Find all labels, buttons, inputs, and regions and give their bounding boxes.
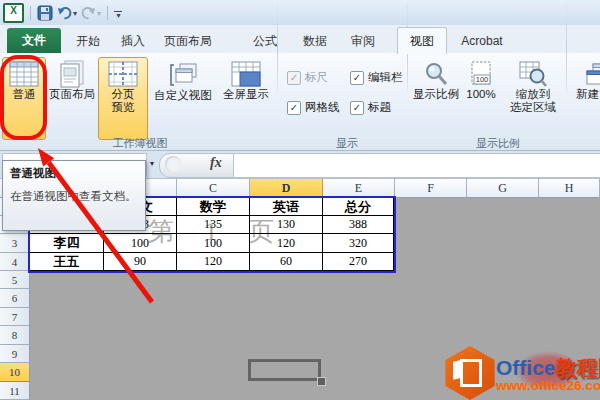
zoom-100-button[interactable]: 100 100% bbox=[460, 57, 502, 140]
site-logo: Office教程网 www.office26.com bbox=[438, 344, 600, 400]
new-window-icon bbox=[585, 62, 600, 88]
row-header-6[interactable]: 6 bbox=[0, 289, 30, 308]
group-divider bbox=[277, 3, 278, 91]
cell-e4[interactable]: 270 bbox=[323, 253, 394, 271]
row-header-4[interactable]: 4 bbox=[0, 253, 30, 271]
cell-c1[interactable]: 数学 bbox=[177, 198, 250, 216]
cell-c2[interactable]: 135 bbox=[177, 216, 250, 234]
selected-cell-cursor[interactable] bbox=[248, 359, 321, 381]
formula-input[interactable] bbox=[233, 153, 600, 178]
customize-dropdown-icon: ▾ bbox=[117, 14, 121, 18]
redo-button[interactable]: ▾ bbox=[81, 6, 101, 21]
zoom-100-label: 100% bbox=[466, 88, 495, 101]
full-screen-icon bbox=[231, 61, 261, 88]
ruler-checkbox[interactable]: ✓ 标尺 bbox=[287, 70, 328, 85]
name-box-dropdown-icon[interactable]: ▾ bbox=[146, 155, 158, 173]
cell-d1[interactable]: 英语 bbox=[250, 198, 323, 216]
brand-cn-text: 教程网 bbox=[556, 356, 600, 379]
svg-text:100: 100 bbox=[476, 75, 489, 84]
tab-insert[interactable]: 插入 bbox=[111, 31, 155, 52]
checkbox-checked-icon: ✓ bbox=[287, 71, 301, 85]
normal-view-tooltip: 普通视图 在普通视图中查看文档。 bbox=[2, 160, 146, 231]
group-divider bbox=[566, 3, 567, 91]
formula-bar-collapse-icon bbox=[165, 156, 181, 172]
cell-e3[interactable]: 320 bbox=[323, 234, 394, 253]
redo-dropdown-icon: ▾ bbox=[97, 9, 101, 18]
office-box-flap-icon bbox=[453, 360, 460, 379]
insert-function-button[interactable]: fx bbox=[210, 155, 234, 171]
cell-e1[interactable]: 总分 bbox=[323, 198, 394, 216]
cell-b4[interactable]: 90 bbox=[104, 253, 177, 271]
row-header-11[interactable]: 11 bbox=[0, 382, 30, 400]
zoom-to-selection-icon bbox=[519, 61, 547, 88]
custom-views-label: 自定义视图 bbox=[154, 89, 212, 102]
ruler-label: 标尺 bbox=[305, 70, 328, 85]
tab-view-selected[interactable]: 视图 bbox=[397, 27, 447, 54]
formula-bar-checkbox[interactable]: ✓ 编辑栏 bbox=[350, 70, 403, 85]
column-header-f[interactable]: F bbox=[395, 179, 467, 198]
row-header-3[interactable]: 3 bbox=[0, 234, 30, 253]
page-break-preview-icon bbox=[108, 61, 138, 88]
cell-d2[interactable]: 130 bbox=[250, 216, 323, 234]
row-header-10-selected[interactable]: 10 bbox=[0, 363, 30, 382]
cell-a3[interactable]: 李四 bbox=[30, 234, 104, 253]
group-label-zoom: 显示比例 bbox=[430, 137, 566, 150]
row-header-9[interactable]: 9 bbox=[0, 345, 30, 363]
tab-review[interactable]: 审阅 bbox=[341, 31, 385, 52]
checkbox-checked-icon: ✓ bbox=[350, 71, 364, 85]
cell-e2[interactable]: 388 bbox=[323, 216, 394, 234]
quick-access-toolbar: X ▾ bbox=[0, 0, 600, 23]
custom-views-button[interactable]: 自定义视图 bbox=[149, 57, 217, 140]
formula-bar-label: 编辑栏 bbox=[368, 70, 403, 85]
fill-handle[interactable] bbox=[317, 377, 326, 386]
tab-formulas[interactable]: 公式 bbox=[243, 31, 287, 52]
zoom-button[interactable]: 显示比例 bbox=[411, 57, 461, 140]
cell-a4[interactable]: 王五 bbox=[30, 253, 104, 271]
row-header-5[interactable]: 5 bbox=[0, 271, 30, 289]
annotation-ring bbox=[0, 55, 47, 140]
zoom-to-selection-label-line1: 缩放到 bbox=[516, 88, 551, 101]
tab-file[interactable]: 文件 bbox=[7, 28, 61, 53]
redo-icon bbox=[81, 6, 96, 21]
headings-checkbox[interactable]: ✓ 标题 bbox=[350, 100, 391, 115]
cell-c3[interactable]: 100 bbox=[177, 234, 250, 253]
zoom-to-selection-button[interactable]: 缩放到 选定区域 bbox=[501, 57, 565, 140]
checkbox-checked-icon: ✓ bbox=[350, 101, 364, 115]
tooltip-body: 在普通视图中查看文档。 bbox=[10, 189, 138, 204]
cell-d3[interactable]: 120 bbox=[250, 234, 323, 253]
save-button[interactable] bbox=[37, 5, 53, 21]
row-header-7[interactable]: 7 bbox=[0, 308, 30, 326]
divider bbox=[30, 6, 31, 20]
group-label-workbook-views: 工作簿视图 bbox=[60, 137, 220, 150]
group-label-show: 显示 bbox=[287, 137, 407, 150]
excel-app-icon[interactable]: X bbox=[3, 3, 24, 23]
tab-home[interactable]: 开始 bbox=[66, 31, 110, 52]
headings-label: 标题 bbox=[368, 100, 391, 115]
tab-data[interactable]: 数据 bbox=[293, 31, 337, 52]
site-url-text: www.office26.com bbox=[496, 378, 600, 393]
row-header-8[interactable]: 8 bbox=[0, 326, 30, 345]
column-header-h[interactable]: H bbox=[539, 179, 600, 198]
page-layout-view-button[interactable]: 页面布局 bbox=[45, 57, 99, 140]
full-screen-button[interactable]: 全屏显示 bbox=[216, 57, 276, 140]
zoom-label: 显示比例 bbox=[413, 88, 459, 101]
gridlines-checkbox[interactable]: ✓ 网格线 bbox=[287, 100, 340, 115]
cell-c4[interactable]: 120 bbox=[177, 253, 250, 271]
undo-dropdown-icon[interactable]: ▾ bbox=[73, 9, 77, 18]
title-bar: X ▾ bbox=[0, 0, 600, 26]
page-layout-icon bbox=[59, 60, 85, 88]
tab-acrobat[interactable]: Acrobat bbox=[450, 31, 514, 52]
cell-d4[interactable]: 60 bbox=[250, 253, 323, 271]
tooltip-title: 普通视图 bbox=[10, 166, 138, 181]
customize-quick-access-button[interactable]: ▾ bbox=[114, 9, 122, 18]
new-window-button[interactable]: 新建窗口 bbox=[570, 57, 600, 140]
undo-icon bbox=[57, 6, 72, 21]
cell-b3[interactable]: 100 bbox=[104, 234, 177, 253]
zoom-to-selection-label-line2: 选定区域 bbox=[510, 101, 556, 114]
tab-page-layout[interactable]: 页面布局 bbox=[156, 31, 220, 52]
undo-button[interactable]: ▾ bbox=[57, 6, 77, 21]
divider bbox=[107, 6, 108, 20]
save-icon bbox=[37, 5, 53, 21]
page-break-preview-button[interactable]: 分页 预览 bbox=[98, 57, 148, 140]
column-header-g[interactable]: G bbox=[467, 179, 539, 198]
